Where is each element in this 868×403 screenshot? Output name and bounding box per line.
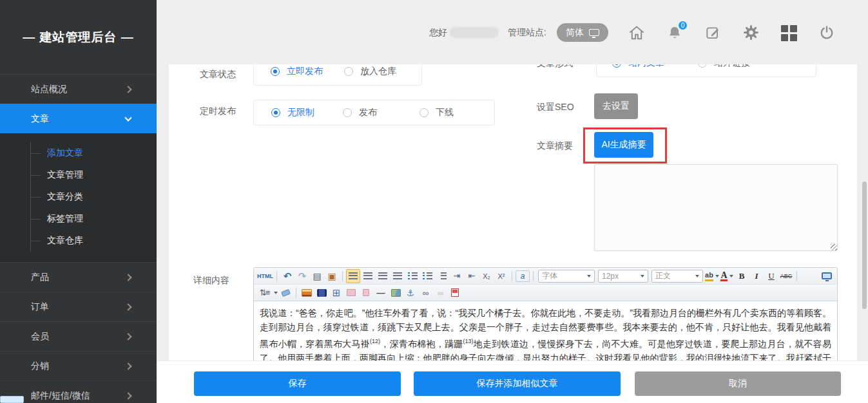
- dropdown-arrow-icon: [695, 275, 699, 277]
- ai-generate-summary-button[interactable]: AI生成摘要: [594, 132, 653, 158]
- greeting-text: 您好: [429, 27, 447, 39]
- chevron-right-icon: [124, 274, 131, 281]
- html-source-button[interactable]: HTML: [257, 270, 273, 283]
- insert-table-icon[interactable]: ⊞: [329, 286, 343, 299]
- image-map-icon[interactable]: [389, 286, 403, 299]
- align-justify-icon[interactable]: [391, 270, 405, 283]
- power-logout-icon[interactable]: [818, 24, 836, 42]
- settings-gear-icon[interactable]: [742, 24, 760, 42]
- language-switch-button[interactable]: 简体: [557, 23, 608, 42]
- sidebar-item-articles[interactable]: 文章: [0, 104, 157, 133]
- submenu-item-article-categories[interactable]: 文章分类: [31, 186, 157, 208]
- scheduled-publish-label: 定时发布: [200, 106, 236, 117]
- ordered-list-icon[interactable]: [405, 270, 420, 283]
- action-bar: 保存 保存并添加相似文章 取消: [157, 361, 868, 403]
- cancel-button[interactable]: 取消: [635, 371, 841, 396]
- line-height-icon[interactable]: ⇅≡: [257, 286, 271, 299]
- article-type-options: 站内文章 站外链接: [596, 64, 816, 77]
- radio-unselected-icon: [344, 67, 353, 76]
- horizontal-rule-icon[interactable]: —: [374, 286, 388, 299]
- insert-image-icon[interactable]: [300, 286, 314, 299]
- bold-icon[interactable]: B: [735, 270, 749, 283]
- dropdown-arrow-icon: [274, 292, 278, 294]
- radio-to-warehouse[interactable]: 放入仓库: [344, 66, 396, 77]
- editor-toolbar-row1: HTML ↶ ↷ ▤ ▣ ⇥ ⇤ X₂ X² a 字体 12px: [254, 268, 837, 285]
- submenu-item-article-warehouse[interactable]: 文章仓库: [31, 230, 157, 252]
- submenu-item-add-article[interactable]: 添加文章: [31, 142, 157, 164]
- chevron-right-icon: [124, 362, 131, 370]
- apps-grid-icon[interactable]: [780, 24, 798, 42]
- sidebar-item-label: 订单: [31, 301, 49, 313]
- edit-compose-icon[interactable]: [704, 24, 722, 42]
- unordered-list-icon[interactable]: [420, 270, 434, 283]
- sidebar-item-label: 会员: [31, 331, 49, 342]
- sidebar-item-label: 站点概况: [31, 84, 67, 95]
- highlight-color-icon[interactable]: ab: [705, 270, 719, 283]
- blockquote-icon[interactable]: [435, 270, 449, 283]
- italic-icon[interactable]: I: [749, 270, 764, 283]
- textarea-resize-handle[interactable]: [831, 244, 837, 250]
- sidebar-item-members[interactable]: 会员: [0, 321, 157, 351]
- sidebar-item-site-overview[interactable]: 站点概况: [0, 74, 157, 104]
- insert-template-icon[interactable]: [344, 286, 358, 299]
- scheduled-publish-options: 无限制 发布 下线: [253, 100, 495, 126]
- indent-icon[interactable]: ⇥: [450, 270, 464, 283]
- radio-selected-icon: [271, 67, 280, 76]
- paste-plain-icon[interactable]: ▣: [325, 270, 339, 283]
- redo-icon[interactable]: ↷: [295, 270, 309, 283]
- superscript-icon[interactable]: X²: [494, 270, 508, 283]
- notifications-bell-icon[interactable]: 0: [666, 24, 684, 42]
- username-redacted: [450, 27, 499, 38]
- charmap-icon[interactable]: a: [516, 270, 530, 282]
- print-icon[interactable]: ▤: [310, 270, 324, 283]
- fullscreen-icon[interactable]: [820, 270, 834, 283]
- align-center-icon[interactable]: [361, 270, 375, 283]
- align-right-icon[interactable]: [376, 270, 390, 283]
- seo-label: 设置SEO: [537, 102, 574, 113]
- sidebar-item-orders[interactable]: 订单: [0, 292, 157, 321]
- submenu-item-article-management[interactable]: 文章管理: [31, 164, 157, 186]
- radio-internal-article[interactable]: 站内文章: [612, 64, 664, 69]
- radio-external-link[interactable]: 站外链接: [698, 64, 750, 69]
- seo-setup-button[interactable]: 去设置: [594, 93, 638, 119]
- notification-badge: 0: [678, 21, 688, 30]
- radio-publish-now[interactable]: 立即发布: [271, 66, 323, 77]
- import-word-icon[interactable]: [448, 286, 462, 299]
- toolbar-separator: [296, 288, 296, 298]
- page-scrollbar-thumb[interactable]: [862, 182, 867, 309]
- font-color-icon[interactable]: A: [720, 270, 734, 283]
- radio-no-limit[interactable]: 无限制: [271, 107, 314, 118]
- link-icon[interactable]: ∞: [418, 286, 432, 299]
- eraser-format-icon[interactable]: [278, 286, 293, 299]
- insert-video-icon[interactable]: [314, 286, 329, 299]
- paragraph-format-select[interactable]: 正文: [651, 270, 703, 283]
- outdent-icon[interactable]: ⇤: [465, 270, 479, 283]
- save-and-add-similar-button[interactable]: 保存并添加相似文章: [414, 371, 621, 396]
- radio-offline[interactable]: 下线: [420, 107, 454, 118]
- anchor-icon[interactable]: ⚓: [403, 286, 418, 299]
- save-button[interactable]: 保存: [194, 371, 401, 396]
- font-size-select[interactable]: 12px: [598, 270, 648, 283]
- rich-text-editor: HTML ↶ ↷ ▤ ▣ ⇥ ⇤ X₂ X² a 字体 12px: [253, 267, 838, 361]
- article-status-label: 文章状态: [200, 69, 236, 80]
- undo-icon[interactable]: ↶: [280, 270, 294, 283]
- radio-publish[interactable]: 发布: [343, 107, 377, 118]
- sidebar: — 建站管理后台 — 站点概况 文章 添加文章 文章管理 文章分类 标签管理 文…: [0, 0, 157, 403]
- summary-textarea[interactable]: [594, 164, 838, 251]
- editor-toolbar-row2: ⇅≡ ⊞ — ⚓ ∞ ∞: [254, 285, 837, 301]
- radio-unselected-icon: [420, 108, 429, 117]
- sidebar-item-products[interactable]: 产品: [0, 262, 157, 292]
- subscript-icon[interactable]: X₂: [479, 270, 494, 283]
- submenu-item-tag-management[interactable]: 标签管理: [31, 208, 157, 230]
- align-left-icon[interactable]: [346, 269, 360, 283]
- sidebar-item-distribution[interactable]: 分销: [0, 351, 157, 380]
- home-icon[interactable]: [628, 24, 646, 42]
- insert-media-icon[interactable]: [359, 286, 373, 299]
- font-family-select[interactable]: 字体: [538, 270, 595, 283]
- unlink-icon[interactable]: ∞: [433, 286, 447, 299]
- sidebar-item-label: 邮件/短信/微信: [31, 390, 90, 402]
- editor-content[interactable]: 我说道：“爸爸，你走吧。”他往车外看了看，说：“我买几个橘子去。你就在此地，不要…: [254, 301, 837, 361]
- strikethrough-icon[interactable]: ABC: [779, 270, 793, 283]
- dropdown-arrow-icon: [729, 275, 733, 277]
- underline-icon[interactable]: U: [764, 270, 778, 283]
